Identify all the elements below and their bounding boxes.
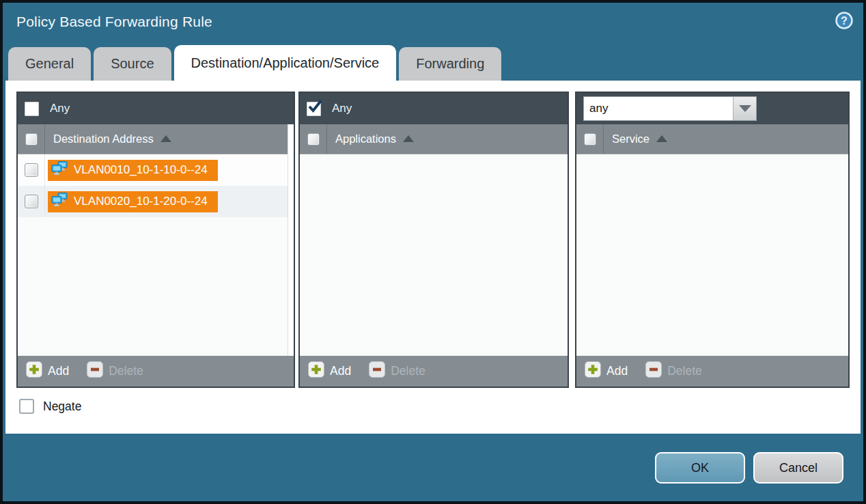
cancel-button[interactable]: Cancel	[753, 452, 843, 484]
destination-any-bar: Any	[18, 93, 294, 124]
negate-option: Negate	[19, 399, 81, 414]
applications-select-all-checkbox[interactable]	[307, 133, 320, 145]
table-row: VLAN0010_10-1-10-0--24	[18, 154, 288, 186]
minus-icon	[645, 361, 662, 381]
destination-toolbar: Add Delete	[18, 356, 294, 387]
dialog-title: Policy Based Forwarding Rule	[16, 14, 212, 30]
destination-select-all-checkbox[interactable]	[25, 133, 38, 145]
tab-general[interactable]: General	[8, 47, 91, 81]
service-toolbar: Add Delete	[576, 356, 848, 387]
ok-button[interactable]: OK	[655, 452, 745, 484]
delete-button-label: Delete	[109, 364, 143, 378]
dropdown-button[interactable]	[733, 97, 756, 120]
plus-icon	[308, 361, 324, 381]
sort-asc-icon	[403, 135, 414, 142]
plus-icon	[585, 361, 601, 381]
address-object-label: VLAN0020_10-1-20-0--24	[74, 195, 208, 208]
tab-destination-application-service[interactable]: Destination/Application/Service	[174, 45, 397, 81]
applications-any-checkbox[interactable]	[307, 102, 321, 116]
applications-column-header[interactable]: Applications	[335, 132, 396, 145]
applications-toolbar: Add Delete	[300, 356, 568, 387]
delete-button[interactable]: Delete	[369, 361, 425, 381]
service-type-dropdown-value: any	[584, 97, 733, 120]
applications-grid-header: Applications	[300, 124, 568, 154]
destination-any-checkbox[interactable]	[25, 102, 39, 116]
applications-any-label: Any	[332, 102, 352, 115]
tab-bar: General Source Destination/Application/S…	[8, 45, 501, 81]
address-object-icon	[51, 193, 69, 210]
minus-icon	[369, 361, 385, 381]
address-object-label: VLAN0010_10-1-10-0--24	[74, 163, 208, 177]
add-button[interactable]: Add	[585, 361, 628, 381]
applications-list	[300, 154, 568, 356]
negate-label: Negate	[43, 400, 81, 414]
row-checkbox[interactable]	[25, 163, 38, 177]
tab-forwarding[interactable]: Forwarding	[399, 47, 501, 81]
help-icon[interactable]: ?	[833, 10, 855, 31]
service-type-dropdown[interactable]: any	[583, 96, 757, 121]
pbf-rule-dialog: Policy Based Forwarding Rule ? General S…	[0, 0, 866, 504]
delete-button[interactable]: Delete	[87, 361, 143, 381]
negate-checkbox[interactable]	[19, 399, 34, 414]
applications-column: Any Applications	[298, 92, 569, 388]
chevron-down-icon	[739, 105, 751, 112]
scrollbar-track	[288, 124, 294, 356]
address-object-icon	[51, 161, 69, 179]
add-button-label: Add	[48, 364, 69, 378]
add-button[interactable]: Add	[26, 361, 69, 381]
sort-asc-icon	[656, 135, 667, 142]
service-column-header[interactable]: Service	[612, 132, 650, 145]
row-checkbox[interactable]	[25, 195, 38, 208]
add-button-label: Add	[330, 364, 351, 378]
add-button-label: Add	[606, 364, 628, 378]
tab-source[interactable]: Source	[94, 47, 171, 81]
tab-content-panel: Any Destination Address	[5, 81, 861, 434]
plus-icon	[26, 361, 42, 381]
table-row: VLAN0020_10-1-20-0--24	[18, 186, 288, 217]
destination-any-label: Any	[50, 102, 70, 115]
service-any-bar: any	[576, 93, 848, 124]
delete-button[interactable]: Delete	[645, 361, 702, 381]
destination-address-column: Any Destination Address	[16, 92, 295, 388]
service-grid-header: Service	[576, 124, 848, 154]
service-select-all-checkbox[interactable]	[584, 133, 596, 145]
applications-any-bar: Any	[300, 93, 568, 124]
service-column: any Service	[575, 92, 850, 388]
destination-address-list: VLAN0010_10-1-10-0--24	[18, 154, 288, 356]
address-object-chip[interactable]: VLAN0020_10-1-20-0--24	[48, 191, 218, 212]
add-button[interactable]: Add	[308, 361, 351, 381]
minus-icon	[87, 361, 103, 381]
service-list	[576, 154, 848, 356]
svg-text:?: ?	[841, 15, 848, 27]
delete-button-label: Delete	[391, 364, 425, 378]
delete-button-label: Delete	[667, 364, 702, 378]
address-object-chip[interactable]: VLAN0010_10-1-10-0--24	[48, 160, 218, 181]
sort-asc-icon	[160, 135, 171, 142]
destination-column-header[interactable]: Destination Address	[53, 132, 154, 145]
destination-grid-header: Destination Address	[18, 124, 288, 154]
